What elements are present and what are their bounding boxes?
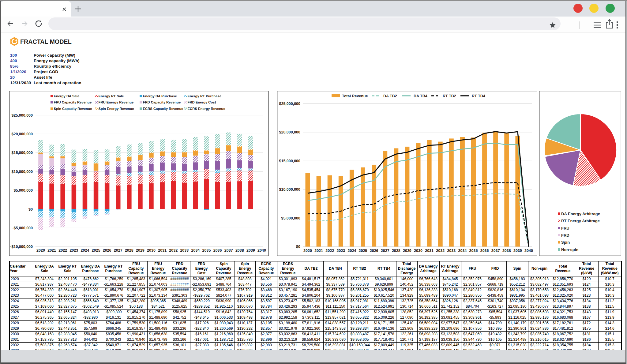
svg-text:$5,000,000: $5,000,000 — [13, 188, 33, 193]
svg-text:2020: 2020 — [303, 249, 312, 253]
svg-text:2032: 2032 — [169, 248, 178, 253]
svg-text:Energy DA Purchase: Energy DA Purchase — [143, 94, 177, 98]
svg-text:2029: 2029 — [403, 249, 411, 253]
svg-text:$0: $0 — [296, 245, 300, 249]
svg-text:Spin: Spin — [561, 240, 570, 245]
svg-text:2025: 2025 — [359, 249, 367, 253]
svg-text:$20,000,000: $20,000,000 — [11, 132, 33, 136]
svg-text:RT Energy Arbitrage: RT Energy Arbitrage — [561, 219, 600, 223]
svg-text:2027: 2027 — [114, 248, 122, 253]
svg-text:2028: 2028 — [392, 249, 400, 253]
svg-text:RT TB4: RT TB4 — [472, 94, 485, 98]
svg-text:-$5,000,000: -$5,000,000 — [12, 226, 33, 230]
svg-text:2022: 2022 — [325, 249, 334, 253]
svg-text:2026: 2026 — [370, 249, 378, 253]
svg-text:2021: 2021 — [47, 248, 56, 253]
svg-text:FRU: FRU — [561, 226, 569, 231]
svg-text:2022: 2022 — [58, 248, 67, 253]
svg-text:Spin Energy Revenue: Spin Energy Revenue — [99, 107, 134, 111]
svg-text:2036: 2036 — [480, 249, 489, 253]
svg-text:2025: 2025 — [92, 248, 100, 253]
svg-text:2035: 2035 — [469, 249, 478, 253]
svg-text:2024: 2024 — [347, 249, 356, 253]
svg-text:2038: 2038 — [235, 248, 244, 253]
svg-text:Non-spin: Non-spin — [561, 247, 578, 252]
svg-text:2037: 2037 — [224, 248, 233, 253]
svg-text:2031: 2031 — [425, 249, 434, 253]
svg-text:DA TB2: DA TB2 — [383, 94, 397, 98]
svg-text:2023: 2023 — [69, 248, 78, 253]
svg-text:2034: 2034 — [458, 249, 467, 253]
svg-text:2040: 2040 — [257, 248, 266, 253]
svg-text:2031: 2031 — [158, 248, 167, 253]
svg-text:$20,000,000: $20,000,000 — [279, 130, 300, 134]
svg-text:2026: 2026 — [103, 248, 111, 253]
svg-text:2029: 2029 — [136, 248, 145, 253]
svg-text:Energy RT Purchase: Energy RT Purchase — [188, 94, 222, 98]
svg-text:$10,000,000: $10,000,000 — [11, 170, 33, 174]
svg-text:2033: 2033 — [447, 249, 456, 253]
svg-text:2030: 2030 — [414, 249, 422, 253]
svg-text:FRD: FRD — [561, 233, 569, 238]
svg-text:2032: 2032 — [436, 249, 445, 253]
svg-text:Spin Capacity Revenue: Spin Capacity Revenue — [54, 107, 92, 111]
svg-text:$0: $0 — [28, 207, 33, 212]
svg-text:2036: 2036 — [213, 248, 222, 253]
svg-text:$25,000,000: $25,000,000 — [279, 102, 300, 106]
svg-text:2035: 2035 — [202, 248, 211, 253]
svg-text:Total Revenue: Total Revenue — [342, 94, 368, 98]
svg-text:-$10,000,000: -$10,000,000 — [10, 245, 33, 249]
svg-text:DA Energy Arbitrage: DA Energy Arbitrage — [561, 212, 600, 216]
svg-text:2038: 2038 — [502, 249, 511, 253]
svg-text:Energy DA Sale: Energy DA Sale — [54, 94, 80, 98]
svg-text:2033: 2033 — [180, 248, 189, 253]
svg-text:$25,000,000: $25,000,000 — [11, 113, 33, 118]
svg-text:2027: 2027 — [381, 249, 389, 253]
svg-text:2039: 2039 — [246, 248, 255, 253]
svg-text:$5,000,000: $5,000,000 — [281, 216, 300, 220]
svg-text:2021: 2021 — [314, 249, 323, 253]
svg-text:$15,000,000: $15,000,000 — [11, 151, 33, 155]
svg-text:$10,000,000: $10,000,000 — [279, 187, 300, 192]
svg-text:FRD Capacity Revenue: FRD Capacity Revenue — [143, 100, 181, 104]
svg-text:ECRS Energy Revenue: ECRS Energy Revenue — [188, 107, 225, 111]
svg-text:2034: 2034 — [191, 248, 200, 253]
svg-text:Energy RT Sale: Energy RT Sale — [99, 94, 124, 98]
svg-text:2020: 2020 — [36, 248, 45, 253]
svg-text:FRD Energy Cost: FRD Energy Cost — [188, 100, 216, 104]
svg-text:ECRS Capacity Revenue: ECRS Capacity Revenue — [143, 107, 183, 111]
svg-text:DA TB4: DA TB4 — [414, 94, 427, 98]
svg-text:2024: 2024 — [81, 248, 89, 253]
svg-text:FRU Energy Revenue: FRU Energy Revenue — [99, 100, 134, 104]
svg-text:2030: 2030 — [147, 248, 156, 253]
svg-text:2040: 2040 — [524, 249, 533, 253]
svg-text:2037: 2037 — [491, 249, 500, 253]
svg-text:RT TB2: RT TB2 — [443, 94, 456, 98]
svg-text:2023: 2023 — [336, 249, 345, 253]
svg-text:2039: 2039 — [513, 249, 522, 253]
svg-text:2028: 2028 — [125, 248, 133, 253]
svg-text:FRU Capacity Revenue: FRU Capacity Revenue — [54, 100, 92, 104]
svg-text:$15,000,000: $15,000,000 — [279, 159, 300, 163]
